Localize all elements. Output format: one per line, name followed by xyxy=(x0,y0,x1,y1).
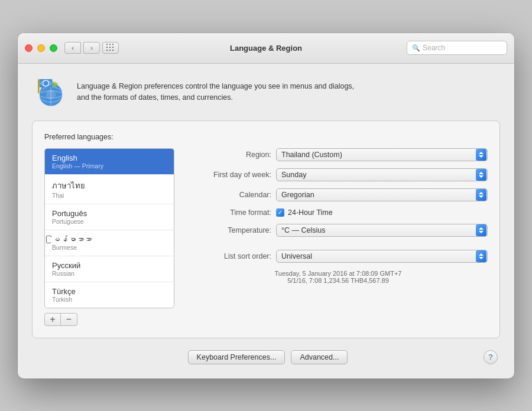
checkmark-icon: ✓ xyxy=(278,210,283,216)
back-button[interactable]: ‹ xyxy=(64,42,81,54)
list-item[interactable]: Türkçe Turkish xyxy=(45,282,174,308)
keyboard-preferences-button[interactable]: Keyboard Preferences... xyxy=(188,350,286,364)
list-item[interactable]: Русский Russian xyxy=(45,256,174,282)
time-format-checkbox[interactable]: ✓ xyxy=(276,208,284,217)
titlebar: ‹ › Language & Region 🔍 Search xyxy=(18,33,514,64)
search-box[interactable]: 🔍 Search xyxy=(407,41,507,55)
calendar-row: Calendar: Gregorian xyxy=(189,188,488,201)
add-language-button[interactable]: + xyxy=(44,313,61,326)
list-item[interactable]: Português Portuguese xyxy=(45,204,174,230)
calendar-select[interactable]: Gregorian xyxy=(276,188,488,201)
maximize-button[interactable] xyxy=(50,44,57,52)
first-day-select[interactable]: Sunday xyxy=(276,168,488,181)
temperature-row: Temperature: °C — Celsius xyxy=(189,224,488,237)
calendar-label: Calendar: xyxy=(189,191,271,199)
first-day-select-wrapper: Sunday xyxy=(276,168,488,181)
list-sort-select[interactable]: Universal xyxy=(276,250,488,263)
calendar-select-arrows xyxy=(476,189,486,201)
forward-button[interactable]: › xyxy=(83,42,100,54)
date-preview-line2: 5/1/16, 7:08 1,234.56 THB4,567.89 xyxy=(189,277,488,284)
time-format-row: Time format: ✓ 24-Hour Time xyxy=(189,208,488,217)
first-day-label: First day of week: xyxy=(189,171,271,179)
header-description: Language & Region preferences control th… xyxy=(77,81,354,103)
temperature-select-wrapper: °C — Celsius xyxy=(276,224,488,237)
content-area: Language & Region preferences control th… xyxy=(18,64,514,379)
close-button[interactable] xyxy=(25,44,33,52)
globe-icon xyxy=(34,76,67,109)
date-preview: Tuesday, 5 January 2016 at 7:08:09 GMT+7… xyxy=(189,270,488,284)
time-format-text: 24-Hour Time xyxy=(288,208,333,217)
region-label: Region: xyxy=(189,151,271,159)
advanced-button[interactable]: Advanced... xyxy=(291,350,348,364)
list-sort-row: List sort order: Universal xyxy=(189,250,488,263)
calendar-select-wrapper: Gregorian xyxy=(276,188,488,201)
traffic-lights xyxy=(25,44,57,52)
first-day-row: First day of week: Sunday xyxy=(189,168,488,181)
time-format-checkbox-wrapper[interactable]: ✓ 24-Hour Time xyxy=(276,208,333,217)
bottom-section: Keyboard Preferences... Advanced... ? xyxy=(32,350,500,364)
time-format-label: Time format: xyxy=(189,208,271,217)
panel-body: English English — Primary ภาษาไทย Thai P… xyxy=(44,148,488,326)
list-item[interactable]: မြန်မာဘာသာ Burmese xyxy=(45,230,174,256)
temperature-select-arrows xyxy=(476,224,486,236)
region-select-wrapper: Thailand (Custom) xyxy=(276,148,488,161)
list-sort-select-arrows xyxy=(476,250,486,262)
region-row: Region: Thailand (Custom) xyxy=(189,148,488,161)
remove-language-button[interactable]: − xyxy=(61,313,77,326)
nav-buttons: ‹ › xyxy=(64,42,100,54)
window-title: Language & Region xyxy=(230,44,302,53)
temperature-label: Temperature: xyxy=(189,226,271,234)
panel-title: Preferred languages: xyxy=(44,133,488,141)
minimize-button[interactable] xyxy=(37,44,45,52)
search-placeholder: Search xyxy=(423,44,445,52)
languages-list: English English — Primary ภาษาไทย Thai P… xyxy=(44,148,174,308)
svg-rect-7 xyxy=(38,79,40,93)
bottom-buttons: Keyboard Preferences... Advanced... xyxy=(188,350,348,364)
list-controls: + − xyxy=(44,313,174,326)
region-select-arrows xyxy=(476,149,486,161)
header-section: Language & Region preferences control th… xyxy=(32,76,500,109)
main-panel: Preferred languages: English English — P… xyxy=(32,120,500,338)
languages-section: English English — Primary ภาษาไทย Thai P… xyxy=(44,148,174,326)
date-preview-line1: Tuesday, 5 January 2016 at 7:08:09 GMT+7 xyxy=(189,270,488,277)
region-select[interactable]: Thailand (Custom) xyxy=(276,148,488,161)
settings-section: Region: Thailand (Custom) xyxy=(189,148,488,326)
search-icon: 🔍 xyxy=(412,44,420,52)
svg-point-6 xyxy=(46,90,56,99)
main-window: ‹ › Language & Region 🔍 Search xyxy=(18,33,514,379)
temperature-select[interactable]: °C — Celsius xyxy=(276,224,488,237)
grid-menu-button[interactable] xyxy=(102,42,119,54)
first-day-select-arrows xyxy=(476,169,486,181)
list-sort-label: List sort order: xyxy=(189,252,271,260)
list-sort-select-wrapper: Universal xyxy=(276,250,488,263)
help-button[interactable]: ? xyxy=(484,350,498,364)
list-item[interactable]: ภาษาไทย Thai xyxy=(45,175,174,204)
list-item[interactable]: English English — Primary xyxy=(45,149,174,175)
